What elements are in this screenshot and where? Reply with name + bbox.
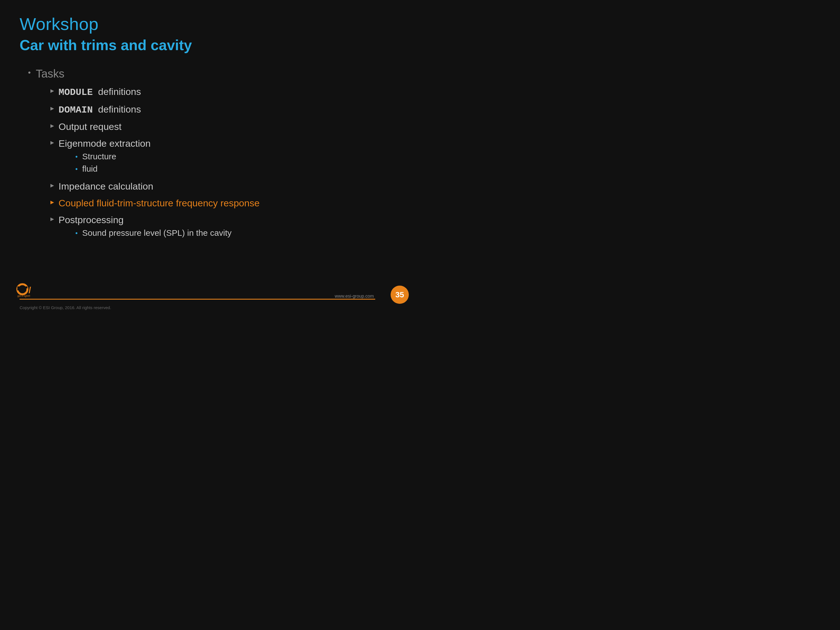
arrow-icon: ▸ [51,122,54,129]
copyright-text: Copyright © ESI Group, 2016. All rights … [20,305,111,310]
structure-text: Structure [82,152,116,161]
arrow-icon: ▸ [51,182,54,189]
nested-items: • Structure • fluid [58,152,151,174]
coupled-item-text: Coupled fluid-trim-structure frequency r… [58,197,260,210]
content-area: • Tasks ▸ MODULE definitions ▸ DOMAIN de… [20,68,400,240]
arrow-icon: ▸ [51,139,54,146]
svg-rect-2 [17,286,27,288]
fluid-text: fluid [82,164,98,174]
nested-items: • Sound pressure level (SPL) in the cavi… [58,228,232,238]
tasks-label: Tasks [36,68,65,80]
list-item: ▸ Impedance calculation [51,180,400,193]
svg-rect-1 [17,288,24,291]
svg-text:get it right®: get it right® [17,295,30,297]
nested-dot-icon: • [75,153,77,160]
module-keyword: MODULE [58,87,93,98]
list-item: ▸ Output request [51,120,400,134]
arrow-icon: ▸ [51,198,54,205]
sub-items-list: ▸ MODULE definitions ▸ DOMAIN definition… [28,85,400,240]
list-item: ▸ Postprocessing • Sound pressure level … [51,213,400,241]
page-number-badge: 35 [391,286,409,304]
nested-dot-icon: • [75,230,77,237]
module-item-text: MODULE definitions [58,85,141,99]
svg-text:/: / [28,285,31,295]
nested-dot-icon: • [75,166,77,172]
esi-logo: / get it right® [14,281,39,298]
list-item: • fluid [75,164,151,174]
list-item: ▸ MODULE definitions [51,85,400,99]
footer-url: www.esi-group.com [335,294,374,299]
output-item-text: Output request [58,120,122,134]
eigenmode-item-text: Eigenmode extraction [58,138,151,149]
arrow-icon: ▸ [51,215,54,222]
list-item: ▸ Eigenmode extraction • Structure • flu… [51,137,400,177]
arrow-icon: ▸ [51,87,54,94]
domain-keyword: DOMAIN [58,105,93,115]
slide-subtitle: Car with trims and cavity [20,37,400,54]
domain-item-text: DOMAIN definitions [58,103,141,117]
slide: Workshop Car with trims and cavity • Tas… [0,0,420,315]
list-item: • Structure [75,152,151,161]
list-item: ▸ Coupled fluid-trim-structure frequency… [51,197,400,210]
list-item: ▸ DOMAIN definitions [51,103,400,117]
impedance-item-text: Impedance calculation [58,180,153,193]
top-bullet-tasks: • Tasks [28,68,400,80]
spl-text: Sound pressure level (SPL) in the cavity [82,228,232,238]
footer-line [20,299,375,300]
postprocessing-item-text: Postprocessing [58,215,123,225]
footer: / get it right® www.esi-group.com 35 Cop… [0,293,420,315]
list-item: • Sound pressure level (SPL) in the cavi… [75,228,232,238]
arrow-icon: ▸ [51,104,54,112]
slide-title: Workshop [20,14,400,34]
bullet-dot-tasks: • [28,69,31,76]
